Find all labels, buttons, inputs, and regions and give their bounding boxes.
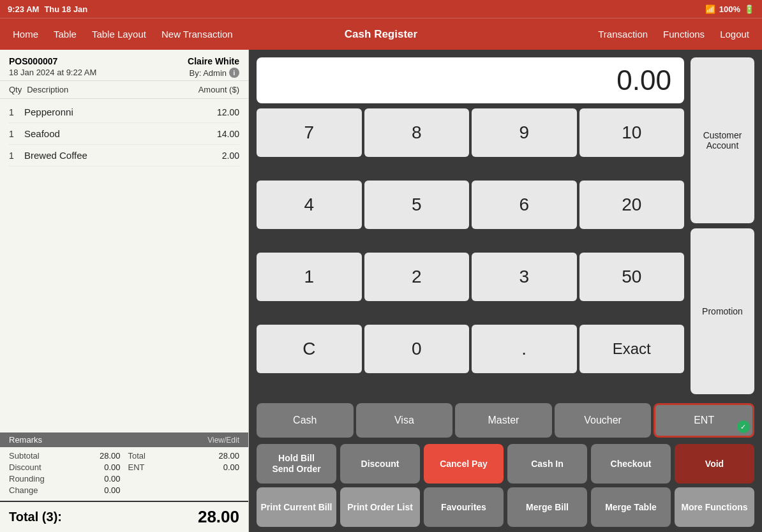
numpad-btn-7[interactable]: 7	[257, 108, 362, 157]
receipt-date: 18 Jan 2024 at 9:22 AM	[9, 68, 96, 77]
wifi-icon: 📶	[705, 4, 715, 14]
subtotal-value: 28.00	[100, 451, 121, 461]
action-btn-more-functions[interactable]: More Functions	[675, 487, 754, 527]
numpad-main: 0.00 789104562012350C0.Exact	[257, 57, 684, 394]
pay-btn-visa[interactable]: Visa	[356, 403, 453, 438]
nav-transaction[interactable]: Transaction	[598, 29, 648, 40]
discount-label: Discount	[9, 462, 41, 472]
status-right: 📶 100% 🔋	[705, 4, 754, 14]
nav-logout[interactable]: Logout	[720, 29, 749, 40]
pay-btn-voucher[interactable]: Voucher	[555, 403, 652, 438]
receipt-item[interactable]: 1 Seafood 14.00	[9, 123, 239, 145]
admin-label: By: Admin	[189, 68, 227, 78]
main-layout: POS000007 Claire White 18 Jan 2024 at 9:…	[0, 50, 762, 532]
numpad-area: 0.00 789104562012350C0.Exact Customer Ac…	[257, 57, 754, 394]
item-qty: 1	[9, 129, 24, 139]
numpad-btn-5[interactable]: 5	[364, 181, 470, 229]
numpad-btn-2[interactable]: 2	[364, 253, 470, 301]
action-btn-void[interactable]: Void	[675, 444, 754, 484]
pay-btn-master[interactable]: Master	[455, 403, 552, 438]
total-value: 28.00	[218, 451, 239, 461]
nav-table-layout[interactable]: Table Layout	[92, 29, 146, 40]
col-description: Description	[27, 85, 198, 94]
promotion-btn[interactable]: Promotion	[691, 228, 754, 394]
battery-level: 100%	[719, 4, 740, 14]
numpad-btn-20[interactable]: 20	[579, 181, 685, 229]
numpad-btn-.[interactable]: .	[472, 325, 577, 373]
change-label: Change	[9, 485, 38, 495]
subtotal-label: Subtotal	[9, 451, 40, 461]
time: 9:23 AM	[8, 4, 39, 14]
nav-table[interactable]: Table	[54, 29, 77, 40]
grand-total-label: Total (3):	[9, 510, 62, 524]
col-qty: Qty	[9, 85, 22, 94]
remarks-bar: Remarks View/Edit	[0, 432, 248, 447]
nav-new-transaction[interactable]: New Transaction	[161, 29, 233, 40]
pay-btn-cash[interactable]: Cash	[257, 403, 354, 438]
ent-label: ENT	[128, 462, 145, 472]
pay-btn-ent[interactable]: ENT✓	[654, 403, 754, 438]
receipt-columns: Qty Description Amount ($)	[0, 81, 248, 99]
action-btn-merge-bill[interactable]: Merge Bill	[507, 487, 587, 527]
nav-bar: Home Table Table Layout New Transaction …	[0, 18, 762, 50]
numpad-btn-c[interactable]: C	[257, 325, 362, 373]
nav-right: Transaction Functions Logout	[504, 29, 749, 40]
right-panel: 0.00 789104562012350C0.Exact Customer Ac…	[249, 50, 762, 532]
nav-functions[interactable]: Functions	[663, 29, 705, 40]
numpad-btn-3[interactable]: 3	[472, 253, 577, 301]
total-label: Total	[128, 451, 146, 461]
numpad-btn-1[interactable]: 1	[257, 253, 362, 301]
customer-account-btn[interactable]: Customer Account	[691, 57, 754, 223]
numpad-btn-6[interactable]: 6	[472, 181, 577, 229]
receipt-panel: POS000007 Claire White 18 Jan 2024 at 9:…	[0, 50, 249, 532]
action-row-2: Print Current BillPrint Order ListFavour…	[257, 487, 754, 527]
numpad-btn-9[interactable]: 9	[472, 108, 577, 157]
info-icon[interactable]: i	[229, 68, 239, 78]
nav-title-text: Cash Register	[345, 28, 417, 40]
item-qty: 1	[9, 151, 24, 161]
rounding-value: 0.00	[104, 474, 120, 484]
item-desc: Pepperonni	[24, 107, 201, 117]
numpad-btn-exact[interactable]: Exact	[579, 325, 685, 373]
battery-icon: 🔋	[744, 4, 754, 14]
date: Thu 18 Jan	[44, 4, 87, 14]
action-btn-favourites[interactable]: Favourites	[424, 487, 504, 527]
amount-display: 0.00	[257, 57, 684, 103]
action-btn-cash-in[interactable]: Cash In	[507, 444, 587, 484]
rounding-label: Rounding	[9, 474, 45, 484]
action-btn-print-order-list[interactable]: Print Order List	[340, 487, 420, 527]
side-buttons: Customer Account Promotion	[691, 57, 754, 394]
numpad-btn-10[interactable]: 10	[579, 108, 685, 157]
item-desc: Brewed Coffee	[24, 150, 201, 161]
receipt-admin: By: Admin i	[189, 68, 239, 78]
numpad-btn-8[interactable]: 8	[364, 108, 470, 157]
ent-value: 0.00	[223, 462, 239, 472]
pos-id: POS000007	[9, 56, 57, 66]
action-btn-discount[interactable]: Discount	[340, 444, 420, 484]
view-edit-btn[interactable]: View/Edit	[207, 436, 239, 445]
numpad-btn-50[interactable]: 50	[579, 253, 685, 301]
payment-row: CashVisaMasterVoucherENT✓	[257, 403, 754, 438]
item-amount: 12.00	[201, 107, 239, 117]
action-btn-print-current-bill[interactable]: Print Current Bill	[257, 487, 336, 527]
remarks-label: Remarks	[9, 435, 42, 445]
numpad-btn-0[interactable]: 0	[364, 325, 470, 373]
action-btn-checkout[interactable]: Checkout	[591, 444, 671, 484]
action-btn-cancel-pay[interactable]: Cancel Pay	[424, 444, 504, 484]
receipt-items: 1 Pepperonni 12.00 1 Seafood 14.00 1 Bre…	[0, 99, 248, 432]
display-value: 0.00	[616, 64, 671, 96]
ent-check-icon: ✓	[737, 420, 750, 433]
nav-home[interactable]: Home	[13, 29, 38, 40]
item-qty: 1	[9, 107, 24, 117]
change-value: 0.00	[104, 485, 120, 495]
action-btn-hold-bill-send-order[interactable]: Hold Bill Send Order	[257, 444, 336, 484]
grand-total-value: 28.00	[198, 507, 239, 527]
receipt-item[interactable]: 1 Brewed Coffee 2.00	[9, 145, 239, 166]
numpad-btn-4[interactable]: 4	[257, 181, 362, 229]
status-bar: 9:23 AM Thu 18 Jan 📶 100% 🔋	[0, 0, 762, 18]
receipt-grand-total: Total (3): 28.00	[0, 501, 248, 532]
receipt-totals: Subtotal 28.00 Total 28.00 Discount 0.00…	[0, 447, 248, 501]
receipt-item[interactable]: 1 Pepperonni 12.00	[9, 101, 239, 123]
customer-name: Claire White	[188, 56, 239, 66]
action-btn-merge-table[interactable]: Merge Table	[591, 487, 671, 527]
